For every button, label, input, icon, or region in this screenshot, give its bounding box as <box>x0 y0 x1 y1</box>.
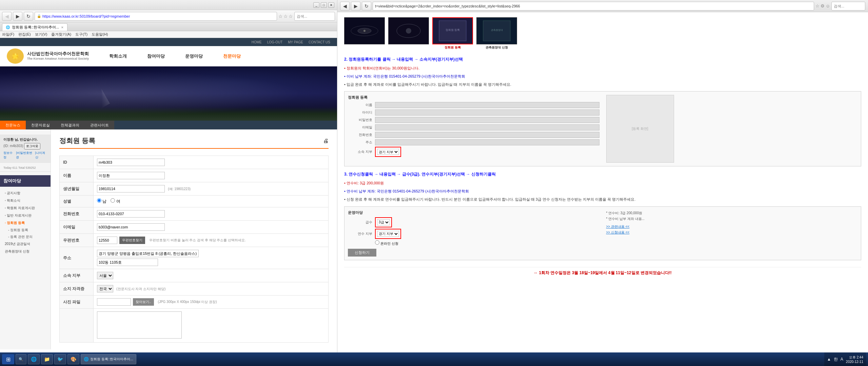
sidebar: 이정환 님, 반갑습니다. (ID: m4b303) 로그아웃 정보수정 |비밀… <box>0 129 51 349</box>
taskbar-search-btn[interactable]: 🔍 <box>16 354 26 364</box>
sub-nav-data[interactable]: 천문자료실 <box>26 121 55 129</box>
maximize-btn[interactable]: □ <box>321 2 327 8</box>
ss3-radio-label[interactable]: 온라인 신청 <box>375 240 398 246</box>
step3-fields: 급수 3급 2급 1급 연수 지부 <box>348 217 599 246</box>
img-thumb-1 <box>344 17 385 44</box>
tray-korean-icon[interactable]: 한 <box>834 357 838 362</box>
contact-link[interactable]: CONTACT US <box>309 40 330 44</box>
logout-btn[interactable]: 로그아웃 <box>24 143 40 149</box>
address-bar-left[interactable]: 🔒 https://www.kaas.or.kr:50109/board/?pi… <box>35 12 277 21</box>
tab-close-btn[interactable]: ✕ <box>61 26 64 29</box>
menu-file[interactable]: 파일(F) <box>2 32 14 37</box>
right-forward-btn[interactable]: ▶ <box>351 2 360 11</box>
label-name: 이름 <box>60 169 94 182</box>
close-btn[interactable]: ✕ <box>328 2 334 8</box>
right-back-btn[interactable]: ◀ <box>340 2 350 11</box>
menu-member-register[interactable]: ◦ 정회원 등록 <box>3 219 48 227</box>
ss-value-pw <box>375 117 599 123</box>
gender-male-radio[interactable] <box>97 198 101 203</box>
value-id <box>94 156 329 169</box>
file-path-input[interactable] <box>97 298 131 306</box>
menu-event2019[interactable]: 2019년 금관일석 <box>3 240 48 248</box>
star3-icon[interactable]: ☆ <box>289 14 293 19</box>
nav-manage[interactable]: 운영마당 <box>185 53 203 59</box>
nav-astro[interactable]: 천문마당 <box>223 53 241 59</box>
input-zip[interactable] <box>97 237 117 244</box>
age-link[interactable]: |나이계산 <box>35 151 47 160</box>
home-link[interactable]: HOME <box>252 40 262 44</box>
ss3-select-grade[interactable]: 3급 2급 1급 <box>377 219 390 225</box>
menu-favorites[interactable]: 즐겨찾기(A) <box>51 32 71 37</box>
right-refresh-btn[interactable]: ↻ <box>362 2 371 11</box>
menu-notice[interactable]: ◦ 공지사항 <box>3 189 48 197</box>
nav-participate[interactable]: 참여마당 <box>147 53 165 59</box>
menu-expedition[interactable]: 관측원정대 신청 <box>3 248 48 255</box>
menu-edit[interactable]: 편집(E) <box>18 32 31 37</box>
menu-news[interactable]: ◦ 학회소식 <box>3 197 48 204</box>
taskbar-ie-icon[interactable]: 🌐 <box>28 354 40 364</box>
right-address-text: t=view&bid=nctice&page=2&crder_index=no&… <box>375 4 520 8</box>
sub-nav-results[interactable]: 천체결과의 <box>55 121 85 129</box>
input-id[interactable] <box>97 159 165 166</box>
right-search-input[interactable] <box>831 2 865 11</box>
menu-view[interactable]: 보기(V) <box>35 32 47 37</box>
minimize-btn[interactable]: _ <box>313 2 319 8</box>
sub-nav-news[interactable]: 천문뉴스 <box>0 121 26 129</box>
select-certificate[interactable]: 전국 <box>97 285 113 292</box>
tray-eng-icon[interactable]: A <box>841 357 843 362</box>
input-email[interactable] <box>97 223 165 231</box>
refresh-btn[interactable]: ↻ <box>24 12 33 21</box>
field-photo: 사진 파일 찾아보기.. (JPG 300px X 400px 150dpi 이… <box>60 296 329 309</box>
right-address-bar[interactable]: t=view&bid=nctice&page=2&crder_index=no&… <box>373 2 814 11</box>
ss-select-branch[interactable]: 경기 지부 <box>377 149 399 155</box>
zip-search-btn[interactable]: 우편번호찾기 <box>119 237 145 244</box>
star-icon[interactable]: ☆ <box>278 14 283 19</box>
input-address-detail[interactable] <box>97 259 158 266</box>
right-star-icon[interactable]: ☆ <box>815 3 820 8</box>
right-gear-icon[interactable]: ⚙ <box>821 3 825 8</box>
sub-register-inquiry[interactable]: - 등록 관련 문의 <box>3 233 48 240</box>
gender-female-label[interactable]: 여 <box>111 198 120 204</box>
taskbar-art-icon[interactable]: 🎨 <box>67 354 79 364</box>
sub-register[interactable]: - 정회원 등록 <box>3 227 48 233</box>
sub-nav-related[interactable]: 관련사이트 <box>85 121 114 129</box>
right-content: 정회원 등록 정회원 등록 관측원정대 관측원정대 신청 2. 정회원등록하기를… <box>337 12 868 366</box>
tab-regmember[interactable]: 🌐 정회원 등록::한국아마추어... ✕ <box>2 23 67 31</box>
forward-btn[interactable]: ▶ <box>13 12 22 21</box>
ss3-select-region[interactable]: 경기 지부 <box>377 231 399 237</box>
input-name[interactable] <box>97 172 165 179</box>
taskbar-browser-window[interactable]: 🌐 정회원 등록::한국아마추어... <box>81 354 136 364</box>
logout-link[interactable]: LOG-OUT <box>267 40 283 44</box>
nav-intro[interactable]: 학회소개 <box>109 53 127 59</box>
step3-link-details[interactable]: >> 신청내용 << <box>606 229 858 235</box>
file-browse-btn[interactable]: 찾아보기.. <box>133 298 154 306</box>
ss3-label-grade: 급수 <box>348 220 375 225</box>
menu-member-board[interactable]: ◦ 학원회 자료게시판 <box>3 204 48 212</box>
gender-male-label[interactable]: 남 <box>97 198 106 204</box>
mypage-link[interactable]: MY PAGE <box>288 40 303 44</box>
step3-submit-btn[interactable]: 신청하기 <box>348 249 376 257</box>
textarea-field[interactable] <box>97 311 182 339</box>
menu-general-board[interactable]: ◦ 일반 자료게시판 <box>3 212 48 219</box>
right-smiley-icon[interactable]: ☺ <box>826 3 830 8</box>
search-input-left[interactable] <box>294 12 335 21</box>
label-photo: 사진 파일 <box>60 296 94 309</box>
ss3-radio-online[interactable] <box>375 240 379 245</box>
taskbar-folder-icon[interactable]: 📁 <box>41 354 53 364</box>
start-button[interactable]: ⊞ <box>2 354 14 364</box>
input-birthdate[interactable] <box>97 185 165 192</box>
profile-link[interactable]: 정보수정 <box>3 151 15 160</box>
tray-arrow-icon[interactable]: ▲ <box>827 357 831 362</box>
password-link[interactable]: |비밀번호변경 <box>16 151 34 160</box>
menu-tools[interactable]: 도구(T) <box>75 32 87 37</box>
step3-link-more[interactable]: >> 관련내용 << <box>606 224 858 229</box>
select-branch[interactable]: 서울 <box>97 272 113 279</box>
input-phone[interactable] <box>97 210 165 218</box>
gender-female-radio[interactable] <box>111 198 115 203</box>
star2-icon[interactable]: ☆ <box>283 14 288 19</box>
input-address[interactable] <box>97 250 199 257</box>
taskbar-bird-icon[interactable]: 🐦 <box>54 354 66 364</box>
back-btn[interactable]: ◀ <box>2 12 12 21</box>
menu-help[interactable]: 도움말(H) <box>92 32 108 37</box>
windows-icon: ⊞ <box>6 356 11 363</box>
